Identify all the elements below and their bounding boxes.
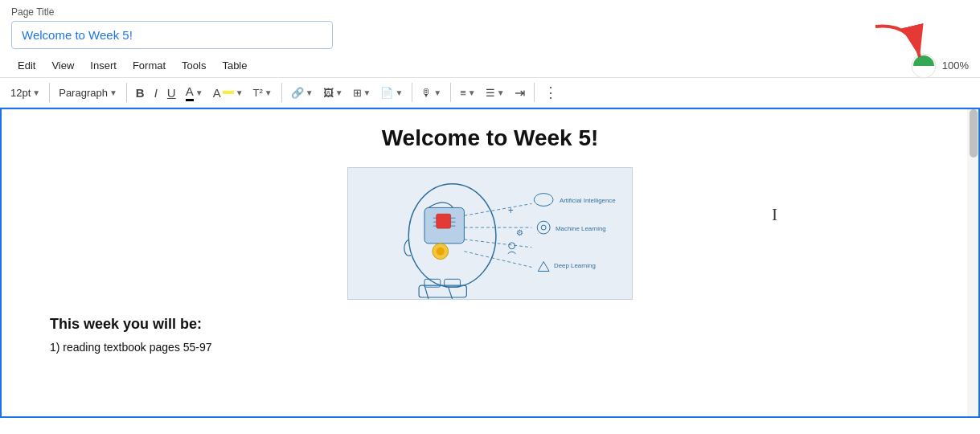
editor-content[interactable]: Welcome to Week 5! [2,109,978,416]
paragraph-style-selector[interactable]: Paragraph ▼ [55,85,121,100]
font-size-selector[interactable]: 12pt ▼ [6,85,44,100]
superscript-chevron-icon: ▼ [264,88,273,97]
align-button[interactable]: ≡ ▼ [456,84,480,101]
superscript-button[interactable]: T² ▼ [249,84,277,101]
scrollbar-thumb[interactable] [970,109,978,158]
docs-button[interactable]: 📄 ▼ [376,84,407,101]
ai-brain-image: Artificial Intelligence Machine Learning… [347,167,633,300]
menu-insert[interactable]: Insert [84,57,123,74]
svg-text:Deep Learning: Deep Learning [554,262,596,269]
page-title-section: Page Title [0,0,980,54]
highlight-chevron-icon: ▼ [236,88,244,97]
zoom-percent-label: 100% [942,59,969,72]
menu-table[interactable]: Table [215,57,253,74]
accessibility-button[interactable]: 🎙 ▼ [417,84,445,101]
svg-text:Machine Learning: Machine Learning [556,225,606,232]
page-title-input[interactable] [11,21,333,49]
drawing-button[interactable]: ⊞ ▼ [349,84,375,101]
accessibility-chevron-icon: ▼ [433,88,441,97]
link-button[interactable]: 🔗 ▼ [287,84,318,101]
menu-tools[interactable]: Tools [175,57,212,74]
editor-list-item-1: 1) reading textbook pages 55-97 [50,341,930,354]
indent-button[interactable]: ⇥ [511,83,529,103]
docs-chevron-icon: ▼ [395,88,403,97]
svg-text:⚙: ⚙ [516,228,523,237]
divider-3 [281,83,282,102]
text-color-button[interactable]: A ▼ [182,82,207,104]
list-chevron-icon: ▼ [497,88,505,97]
svg-rect-2 [349,168,631,299]
divider-1 [49,83,50,102]
italic-button[interactable]: I [150,84,162,102]
image-button[interactable]: 🖼 ▼ [319,84,347,101]
font-size-chevron-icon: ▼ [32,88,40,97]
text-color-chevron-icon: ▼ [195,88,203,97]
underline-button[interactable]: U [163,84,180,102]
link-chevron-icon: ▼ [305,88,314,97]
editor-image-container: Artificial Intelligence Machine Learning… [50,167,930,300]
svg-point-13 [437,248,445,256]
menu-edit[interactable]: Edit [11,57,42,74]
editor-body-text: This week you will be: [50,316,930,333]
menu-format[interactable]: Format [126,57,172,74]
list-button[interactable]: ☰ ▼ [482,84,509,101]
align-chevron-icon: ▼ [468,88,476,97]
more-options-button[interactable]: ⋮ [539,81,562,104]
paragraph-chevron-icon: ▼ [109,88,117,97]
editor-wrapper: Welcome to Week 5! [0,108,980,418]
menu-bar: Edit View Insert Format Tools Table 100% [0,54,980,78]
svg-text:+: + [508,205,514,216]
document-title: Welcome to Week 5! [50,125,930,151]
ai-brain-svg: Artificial Intelligence Machine Learning… [348,168,632,299]
toolbar: 12pt ▼ Paragraph ▼ B I U A ▼ A ▼ T² ▼ 🔗 … [0,78,980,108]
svg-rect-5 [437,214,451,228]
divider-2 [126,83,127,102]
zoom-area: 100% [910,52,969,80]
divider-5 [450,83,451,102]
svg-text:Artificial Intelligence: Artificial Intelligence [560,197,616,204]
scrollbar[interactable] [967,109,978,416]
bold-button[interactable]: B [132,84,149,102]
divider-6 [534,83,535,102]
image-chevron-icon: ▼ [335,88,343,97]
menu-view[interactable]: View [45,57,80,74]
page-title-label: Page Title [11,6,969,18]
highlight-color-button[interactable]: A ▼ [209,84,248,102]
divider-4 [412,83,412,102]
red-arrow-annotation [867,18,932,67]
drawing-chevron-icon: ▼ [363,88,371,97]
